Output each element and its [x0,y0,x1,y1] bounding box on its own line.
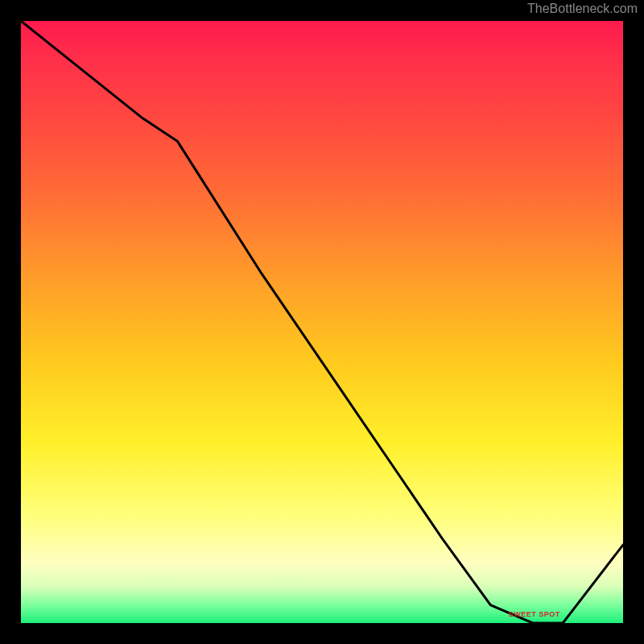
plot-area: SWEET SPOT [21,21,623,623]
chart-frame: SWEET SPOT [21,21,623,623]
source-link[interactable]: TheBottleneck.com [527,2,638,16]
chart-background-gradient [21,21,623,623]
sweet-spot-label: SWEET SPOT [509,610,560,618]
